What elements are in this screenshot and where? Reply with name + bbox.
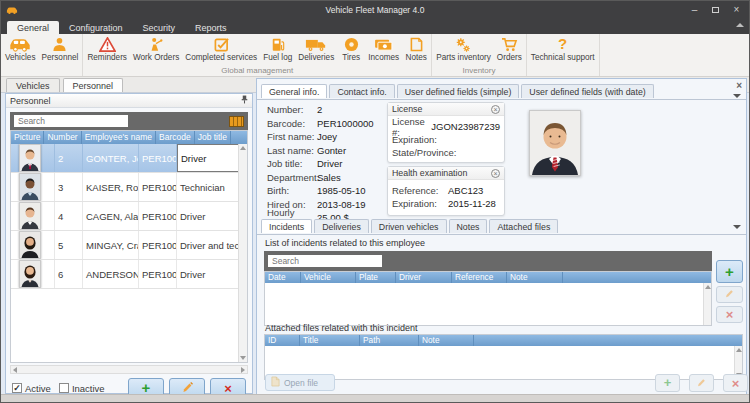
column-header-plate[interactable]: Plate — [356, 272, 396, 283]
field-first-name: Joey — [317, 131, 337, 142]
tab-contact-info[interactable]: Contact info. — [329, 84, 394, 98]
pencil-icon — [696, 377, 707, 390]
delete-x-icon: × — [726, 308, 734, 321]
table-row[interactable]: 3 KAISER, Roger PER1000001 Technician — [11, 173, 247, 202]
worker-icon — [148, 36, 164, 53]
ribbon-button-tires[interactable]: Tires — [337, 35, 365, 62]
group-close-icon[interactable]: × — [491, 169, 500, 178]
field-license-number: JGON23987239 — [431, 121, 500, 132]
table-row[interactable]: 4 CAGEN, Alan PER1000002 Driver — [11, 202, 247, 231]
column-header-title[interactable]: Title — [300, 335, 360, 346]
ribbon-button-reminders[interactable]: Reminders — [84, 35, 130, 62]
tab-deliveries[interactable]: Deliveries — [314, 219, 369, 233]
subtabs-overflow-icon[interactable] — [733, 225, 741, 229]
ribbon-group-label — [1, 65, 82, 76]
pencil-icon — [724, 288, 735, 301]
column-header-name[interactable]: Employee's name — [82, 131, 156, 144]
column-header-vehicle[interactable]: Vehicle — [301, 272, 356, 283]
column-header-date[interactable]: Date — [265, 272, 301, 283]
checkbox-icon — [214, 36, 229, 53]
tab-personnel[interactable]: Personnel — [63, 78, 124, 92]
edit-incident-button[interactable] — [716, 286, 743, 303]
pin-icon[interactable] — [241, 95, 248, 106]
ribbon-button-notes[interactable]: Notes — [402, 35, 430, 62]
ribbon-tab-configuration[interactable]: Configuration — [59, 21, 133, 34]
vertical-scrollbar[interactable] — [703, 283, 711, 325]
tab-user-fields-date[interactable]: User defined fields (with date) — [521, 84, 653, 98]
tab-driven-vehicles[interactable]: Driven vehicles — [371, 219, 447, 233]
file-icon — [271, 376, 280, 389]
avatar — [19, 260, 41, 288]
field-hired-on: 2013-08-19 — [317, 199, 366, 210]
tire-icon — [344, 36, 359, 53]
ribbon-button-fuel-log[interactable]: Fuel log — [260, 35, 295, 62]
column-header-id[interactable]: ID — [265, 335, 300, 346]
ribbon-group-main: Vehicles Personnel — [1, 34, 83, 76]
panel-close-icon[interactable]: × — [736, 80, 742, 91]
ribbon-button-orders[interactable]: Orders — [494, 35, 525, 62]
column-header-driver[interactable]: Driver — [396, 272, 452, 283]
column-header-path[interactable]: Path — [360, 335, 419, 346]
ribbon-group-label: Global management — [83, 65, 431, 76]
fuel-pump-icon — [271, 36, 285, 53]
tab-user-fields-simple[interactable]: User defined fields (simple) — [397, 84, 520, 98]
ribbon-button-completed-services[interactable]: Completed services — [182, 35, 260, 62]
tab-vehicles[interactable]: Vehicles — [6, 78, 60, 92]
ribbon-button-deliveries[interactable]: Deliveries — [295, 35, 337, 62]
ribbon-button-personnel[interactable]: Personnel — [39, 35, 82, 62]
person-icon — [52, 36, 67, 53]
column-header-picture[interactable]: Picture — [11, 131, 44, 144]
plus-icon: + — [142, 381, 151, 395]
column-header-barcode[interactable]: Barcode — [156, 131, 195, 144]
active-checkbox[interactable]: ✓ — [12, 383, 22, 393]
ribbon: Vehicles Personnel Reminders Work Orders — [1, 34, 749, 77]
tab-notes[interactable]: Notes — [449, 219, 488, 233]
edit-file-button[interactable] — [689, 374, 714, 392]
ribbon-collapse-icon[interactable] — [736, 23, 744, 27]
column-header-job-title[interactable]: Job title — [195, 131, 231, 144]
minimize-button[interactable]: – — [686, 4, 703, 17]
column-header-reference[interactable]: Reference — [452, 272, 507, 283]
close-button[interactable]: × — [728, 4, 745, 17]
horizontal-scrollbar[interactable] — [10, 365, 248, 374]
delete-incident-button[interactable]: × — [716, 306, 743, 323]
ribbon-button-vehicles[interactable]: Vehicles — [2, 35, 39, 62]
tabs-overflow-icon[interactable] — [733, 94, 741, 98]
ribbon-button-technical-support[interactable]: ? Technical support — [528, 35, 598, 62]
ribbon-tab-general[interactable]: General — [7, 21, 59, 34]
column-header-number[interactable]: Number — [44, 131, 81, 144]
column-header-note[interactable]: Note — [507, 272, 563, 283]
ribbon-button-label: Orders — [497, 53, 522, 62]
delete-file-button[interactable]: × — [723, 374, 748, 392]
ribbon-tab-reports[interactable]: Reports — [185, 21, 237, 34]
tab-general-info[interactable]: General info. — [261, 84, 327, 98]
vertical-scrollbar[interactable] — [238, 144, 247, 362]
add-incident-button[interactable]: + — [716, 260, 743, 283]
table-row[interactable]: 6 ANDERSON, Louise PER1000004 Driver — [11, 260, 247, 289]
avatar — [19, 144, 41, 172]
inactive-checkbox[interactable] — [59, 383, 69, 393]
incidents-table: Date Vehicle Plate Driver Reference Note — [264, 271, 712, 326]
columns-icon[interactable] — [229, 116, 244, 127]
incidents-search-input[interactable] — [268, 255, 382, 267]
tab-attached-files[interactable]: Attached files — [489, 219, 558, 233]
ribbon-button-label: Tires — [342, 53, 360, 62]
ribbon-tab-security[interactable]: Security — [133, 21, 186, 34]
ribbon-button-label: Fuel log — [263, 53, 292, 62]
table-row[interactable]: 2 GONTER, Joey PER1000000 Driver — [11, 144, 247, 173]
ribbon-group-label: Inventory — [432, 65, 526, 76]
group-close-icon[interactable]: × — [491, 105, 500, 114]
ribbon-button-incomes[interactable]: Incomes — [365, 35, 402, 62]
plus-icon: + — [725, 265, 734, 279]
ribbon-button-parts-inventory[interactable]: Parts inventory — [433, 35, 494, 62]
add-file-button[interactable]: + — [655, 374, 680, 392]
license-group-title: License — [392, 104, 422, 114]
field-job-title: Driver — [317, 158, 342, 169]
maximize-button[interactable] — [707, 4, 724, 17]
ribbon-button-work-orders[interactable]: Work Orders — [130, 35, 182, 62]
column-header-note[interactable]: Note — [419, 335, 474, 346]
table-row[interactable]: 5 MINGAY, Craig PER1000003 Driver and te… — [11, 231, 247, 260]
personnel-search-input[interactable] — [14, 115, 128, 127]
open-file-button[interactable]: Open file — [265, 374, 335, 391]
tab-incidents[interactable]: Incidents — [261, 219, 312, 233]
